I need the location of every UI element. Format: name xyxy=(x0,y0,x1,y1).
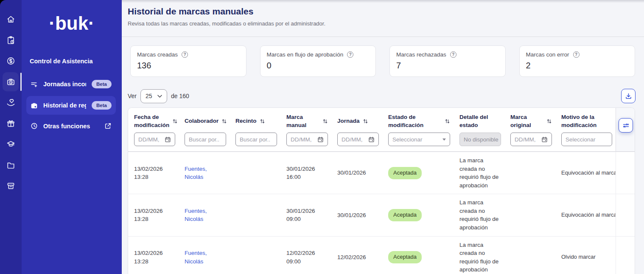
page-size-select[interactable]: 25 xyxy=(140,89,167,103)
cell-colaborador[interactable]: Fuentes, Nicolás xyxy=(179,237,230,274)
sort-icon[interactable] xyxy=(172,119,178,124)
column-header-fecha-modificacion[interactable]: Fecha de modificación DD/MM, xyxy=(128,108,179,151)
stats-row: Marcas creadas? 136 Marcas en flujo de a… xyxy=(130,45,635,77)
cell-motivo: Olvido marcar xyxy=(555,237,616,274)
cell-jornada: 30/01/2026 xyxy=(331,194,382,236)
beta-badge: Beta xyxy=(92,101,112,110)
sidebar-item-otras-funciones[interactable]: Otras funciones xyxy=(26,118,116,134)
sort-icon[interactable] xyxy=(445,119,450,124)
sort-icon[interactable] xyxy=(221,119,227,124)
column-settings-button[interactable] xyxy=(619,118,633,133)
sort-icon[interactable] xyxy=(363,119,368,124)
cell-marca-manual: 30/01/202609:00 xyxy=(280,194,331,236)
cell-colaborador[interactable]: Fuentes, Nicolás xyxy=(179,194,230,236)
filter-placeholder: DD/MM, xyxy=(342,136,363,143)
status-badge: Aceptada xyxy=(388,251,422,263)
cell-detalle: La marca creada no requirió flujo de apr… xyxy=(454,237,504,274)
sidebar-item-label: Jornadas incomp... xyxy=(43,81,86,88)
cell-colaborador[interactable]: Fuentes, Nicolás xyxy=(179,152,230,194)
stat-label: Marcas creadas xyxy=(137,51,178,58)
calendar-icon xyxy=(317,136,324,143)
rail-home[interactable] xyxy=(0,9,22,30)
filter-motivo-modificacion[interactable]: Seleccionar xyxy=(561,133,612,146)
filter-placeholder: DD/MM, xyxy=(138,136,160,143)
cell-marca-original xyxy=(504,194,555,236)
column-label: Jornada xyxy=(337,117,360,125)
sort-icon[interactable] xyxy=(546,119,552,124)
gift-icon xyxy=(6,119,15,128)
filter-estado-modificacion[interactable]: Seleccionar xyxy=(388,133,450,146)
stat-card-marcas-creadas: Marcas creadas? 136 xyxy=(130,45,246,77)
column-header-estado-modificacion[interactable]: Estado de modificación Seleccionar xyxy=(382,108,454,151)
rail-documents[interactable] xyxy=(0,155,22,175)
sort-icon[interactable] xyxy=(260,119,265,124)
filter-placeholder: DD/MM, xyxy=(291,136,312,143)
filter-placeholder: Buscar por.. xyxy=(189,136,219,143)
help-icon[interactable]: ? xyxy=(347,51,353,58)
home-icon xyxy=(6,15,15,24)
column-label: Estado de modificación xyxy=(388,113,435,129)
cell-fecha-modificacion: 13/02/202613:28 xyxy=(128,237,179,274)
column-label: Motivo de la modificación xyxy=(561,113,612,129)
records-table: Fecha de modificación DD/MM, Colaborador… xyxy=(128,107,635,274)
sidebar-item-historial-registros[interactable]: Historial de regi... Beta xyxy=(26,96,116,115)
filter-fecha-modificacion[interactable]: DD/MM, xyxy=(134,133,175,146)
archive-icon xyxy=(6,181,15,190)
filter-colaborador[interactable]: Buscar por.. xyxy=(185,133,226,146)
cell-marca-original xyxy=(504,152,555,194)
sidebar-item-jornadas-incompletas[interactable]: Jornadas incomp... Beta xyxy=(26,76,116,93)
cell-recinto xyxy=(230,152,280,194)
total-count: de 160 xyxy=(171,93,189,99)
sort-icon[interactable] xyxy=(322,119,328,124)
rail-gifts[interactable] xyxy=(0,113,22,134)
column-header-colaborador[interactable]: Colaborador Buscar por.. xyxy=(179,108,230,151)
help-icon[interactable]: ? xyxy=(450,51,456,58)
beta-badge: Beta xyxy=(92,80,112,88)
help-icon[interactable]: ? xyxy=(182,51,188,58)
rail-payments[interactable] xyxy=(0,51,22,71)
calendar-icon xyxy=(165,136,171,143)
sidebar-menu: Jornadas incomp... Beta Historial de reg… xyxy=(26,76,116,134)
filter-placeholder: Seleccionar xyxy=(392,136,423,143)
help-icon[interactable]: ? xyxy=(573,51,580,58)
column-header-marca-manual[interactable]: Marca manual DD/MM, xyxy=(280,108,331,151)
status-badge: Aceptada xyxy=(388,209,422,221)
cell-actions xyxy=(616,152,635,194)
graduation-cap-icon xyxy=(6,140,15,149)
rail-attendance[interactable] xyxy=(0,71,22,92)
rail-training[interactable] xyxy=(0,134,22,155)
rail-tasks[interactable] xyxy=(0,30,22,51)
cell-detalle: La marca creada no requirió flujo de apr… xyxy=(454,194,504,236)
clock-icon xyxy=(31,122,38,130)
filter-placeholder: No disponible xyxy=(464,136,498,143)
main-content: Historial de marcas manuales Revisa toda… xyxy=(122,0,644,274)
money-icon xyxy=(6,56,15,65)
buk-logo: ·buk· xyxy=(22,13,122,34)
filter-marca-original[interactable]: DD/MM, xyxy=(510,133,552,146)
table-row[interactable]: 13/02/202613:28 Fuentes, Nicolás 30/01/2… xyxy=(128,194,635,236)
filter-marca-manual[interactable]: DD/MM, xyxy=(286,133,328,146)
column-header-jornada[interactable]: Jornada DD/MM, xyxy=(331,108,382,151)
rail-benefits[interactable] xyxy=(0,92,22,113)
cell-fecha-modificacion: 13/02/202613:28 xyxy=(128,152,179,194)
column-header-recinto[interactable]: Recinto Buscar por.. xyxy=(230,108,280,151)
page-header: Historial de marcas manuales Revisa toda… xyxy=(122,0,644,37)
stat-value: 136 xyxy=(137,61,240,71)
filter-jornada[interactable]: DD/MM, xyxy=(337,133,379,146)
stat-value: 7 xyxy=(396,61,499,71)
download-button[interactable] xyxy=(621,89,636,103)
column-sliders-icon xyxy=(622,122,630,129)
calendar-icon xyxy=(368,136,375,143)
filter-recinto[interactable]: Buscar por.. xyxy=(235,133,277,146)
rail-archive[interactable] xyxy=(0,175,22,196)
pinned-actions-column xyxy=(616,108,635,151)
stat-card-marcas-rechazadas: Marcas rechazadas? 7 xyxy=(389,45,506,77)
calendar-icon xyxy=(541,136,548,143)
column-label: Recinto xyxy=(235,117,257,125)
table-row[interactable]: 13/02/202613:28 Fuentes, Nicolás 30/01/2… xyxy=(128,152,635,194)
stat-value: 0 xyxy=(267,61,370,71)
column-label: Marca manual xyxy=(286,113,319,129)
chevron-down-icon xyxy=(157,95,162,98)
table-row[interactable]: 13/02/202613:28 Fuentes, Nicolás 12/02/2… xyxy=(128,236,635,274)
column-header-marca-original[interactable]: Marca original DD/MM, xyxy=(504,108,555,151)
